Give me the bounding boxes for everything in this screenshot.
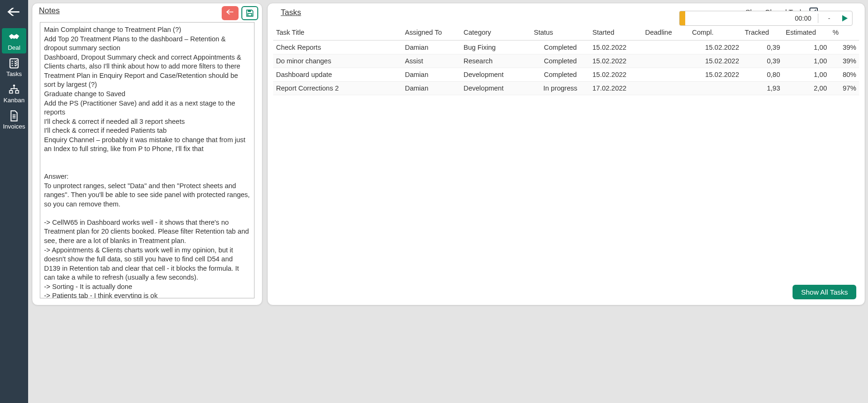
timer-marker [680, 11, 685, 25]
svg-rect-2 [9, 91, 13, 93]
cell-status: Completed [531, 54, 590, 68]
col-status[interactable]: Status [531, 25, 590, 40]
svg-rect-4 [248, 10, 251, 12]
col-percent[interactable]: % [830, 25, 860, 40]
kanban-icon [8, 84, 20, 96]
cell-started: 15.02.2022 [590, 68, 643, 82]
cell-title: Check Reports [273, 40, 402, 54]
cell-percent: 39% [830, 40, 860, 54]
cell-assigned: Assist [402, 54, 461, 68]
svg-point-1 [13, 84, 15, 86]
cell-tracked: 0,39 [742, 40, 783, 54]
cell-percent: 97% [830, 82, 860, 95]
cell-percent: 39% [830, 54, 860, 68]
main-area: Notes Tasks Show Closed Tasks [28, 0, 868, 403]
sidebar-item-label: Tasks [6, 70, 22, 77]
tasks-panel: Tasks Show Closed Tasks 00:00 - Task Tit… [267, 3, 865, 305]
save-icon [245, 8, 254, 18]
sidebar-item-tasks[interactable]: Tasks [2, 54, 26, 80]
cell-title: Do minor changes [273, 54, 402, 68]
task-timer: 00:00 - [679, 11, 853, 26]
timer-play-button[interactable] [840, 14, 849, 23]
handshake-icon [8, 31, 20, 43]
cell-started: 15.02.2022 [590, 40, 643, 54]
cell-category: Research [461, 54, 531, 68]
cell-compl [689, 82, 742, 95]
undo-icon [225, 8, 235, 18]
tasks-title: Tasks [274, 5, 307, 18]
cell-compl: 15.02.2022 [689, 68, 742, 82]
svg-rect-3 [15, 91, 19, 93]
cell-started: 17.02.2022 [590, 82, 643, 95]
sidebar-item-kanban[interactable]: Kanban [2, 81, 26, 106]
cell-estimated: 1,00 [783, 54, 830, 68]
notes-title: Notes [32, 3, 66, 16]
tasks-table: Task Title Assigned To Category Status S… [273, 25, 859, 95]
col-tracked[interactable]: Tracked [742, 25, 783, 40]
sidebar: Deal Tasks Kanban Invoices [0, 0, 28, 403]
save-notes-button[interactable] [241, 6, 258, 20]
cell-tracked: 0,80 [742, 68, 783, 82]
cell-estimated: 2,00 [783, 82, 830, 95]
timer-dash: - [822, 15, 836, 22]
col-estimated[interactable]: Estimated [783, 25, 830, 40]
play-icon [840, 14, 849, 23]
cell-status: Completed [531, 68, 590, 82]
cell-title: Report Corrections 2 [273, 82, 402, 95]
sidebar-item-deal[interactable]: Deal [2, 28, 26, 53]
cell-assigned: Damian [402, 82, 461, 95]
cell-title: Dashboard update [273, 68, 402, 82]
cell-deadline [643, 68, 689, 82]
cell-status: Completed [531, 40, 590, 54]
cell-category: Development [461, 82, 531, 95]
svg-rect-5 [248, 14, 252, 16]
col-started[interactable]: Started [590, 25, 643, 40]
cell-tracked: 1,93 [742, 82, 783, 95]
cell-compl: 15.02.2022 [689, 40, 742, 54]
sidebar-item-label: Invoices [3, 123, 25, 130]
cell-deadline [643, 82, 689, 95]
timer-value: 00:00 [689, 15, 814, 22]
table-row[interactable]: Report Corrections 2DamianDevelopmentIn … [273, 82, 859, 95]
cell-compl: 15.02.2022 [689, 54, 742, 68]
cell-deadline [643, 54, 689, 68]
cell-estimated: 1,00 [783, 68, 830, 82]
notes-textarea[interactable] [40, 22, 254, 298]
col-assigned[interactable]: Assigned To [402, 25, 461, 40]
col-title[interactable]: Task Title [273, 25, 402, 40]
back-arrow-icon [6, 7, 22, 23]
notes-panel: Notes [32, 3, 262, 305]
cell-estimated: 1,00 [783, 40, 830, 54]
cell-status: In progress [531, 82, 590, 95]
cell-percent: 80% [830, 68, 860, 82]
back-button[interactable] [2, 2, 26, 27]
cell-deadline [643, 40, 689, 54]
cell-assigned: Damian [402, 40, 461, 54]
col-category[interactable]: Category [461, 25, 531, 40]
cell-category: Bug Fixing [461, 40, 531, 54]
sidebar-item-invoices[interactable]: Invoices [2, 107, 26, 132]
checklist-icon [8, 57, 20, 69]
table-row[interactable]: Dashboard updateDamianDevelopmentComplet… [273, 68, 859, 82]
timer-separator [818, 14, 818, 23]
cell-tracked: 0,39 [742, 54, 783, 68]
show-all-tasks-button[interactable]: Show All Tasks [793, 285, 856, 299]
cell-started: 15.02.2022 [590, 54, 643, 68]
sidebar-item-label: Kanban [4, 97, 25, 104]
document-icon [8, 110, 20, 122]
col-deadline[interactable]: Deadline [643, 25, 689, 40]
cell-assigned: Damian [402, 68, 461, 82]
col-compl[interactable]: Compl. [689, 25, 742, 40]
table-row[interactable]: Check ReportsDamianBug FixingCompleted15… [273, 40, 859, 54]
revert-notes-button[interactable] [222, 6, 239, 20]
cell-category: Development [461, 68, 531, 82]
table-header-row: Task Title Assigned To Category Status S… [273, 25, 859, 40]
table-row[interactable]: Do minor changesAssistResearchCompleted1… [273, 54, 859, 68]
sidebar-item-label: Deal [8, 44, 21, 51]
